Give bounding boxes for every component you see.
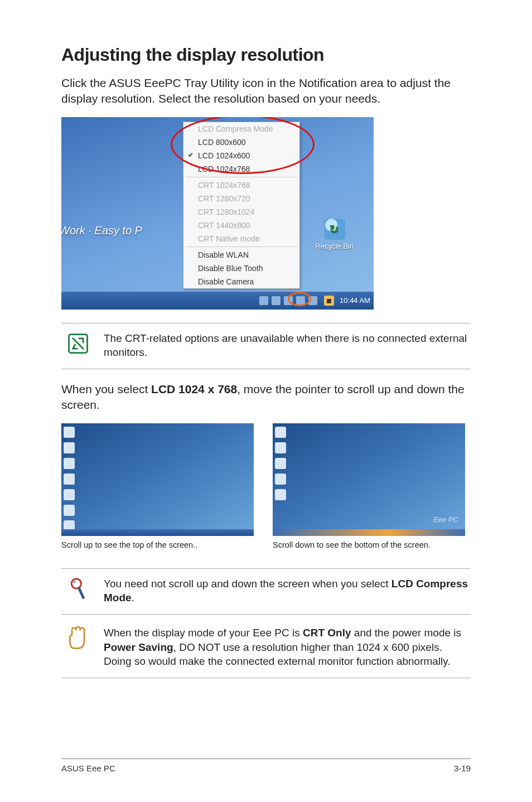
- caption-row: Scroll up to see the top of the screen..…: [61, 540, 471, 549]
- tray-icon[interactable]: [296, 296, 305, 305]
- page-heading: Adjusting the display resolution: [61, 45, 471, 65]
- note-block: The CRT-related options are unavailable …: [61, 323, 471, 369]
- tray-icon[interactable]: [272, 296, 280, 305]
- tray-icons: [259, 296, 317, 305]
- bold-text: LCD 1024 x 768: [151, 383, 237, 395]
- svg-point-2: [73, 581, 76, 583]
- taskbar: [273, 529, 465, 536]
- body-paragraph: When you select LCD 1024 x 768, move the…: [61, 381, 471, 413]
- page-footer: ASUS Eee PC 3-19: [61, 758, 471, 773]
- tip-text: You need not scroll up and down the scre…: [104, 577, 471, 605]
- hand-icon: [66, 626, 90, 650]
- desktop-icons: [275, 427, 286, 500]
- footer-left: ASUS Eee PC: [61, 764, 115, 773]
- text: and the power mode is: [351, 627, 462, 639]
- taskbar: ◼ 10:44 AM: [61, 292, 374, 310]
- magnifier-icon: [66, 577, 90, 601]
- tray-utility-icon[interactable]: ◼: [324, 296, 334, 306]
- bold-text: Power Saving: [104, 641, 173, 653]
- recycle-bin-label: Recycle Bin: [315, 242, 354, 250]
- footer-page-number: 3-19: [454, 764, 471, 773]
- screenshot-scroll-down: Eee PC: [273, 423, 465, 536]
- caption-left: Scroll up to see the top of the screen..: [61, 540, 254, 549]
- menu-separator: [186, 177, 297, 177]
- bold-text: CRT Only: [303, 627, 351, 639]
- menu-item[interactable]: Disable Camera: [183, 275, 299, 288]
- text: .: [132, 592, 134, 603]
- intro-paragraph: Click the ASUS EeePC Tray Utility icon i…: [61, 75, 471, 107]
- menu-item[interactable]: CRT 1280x720: [183, 192, 299, 205]
- tray-icon[interactable]: [308, 296, 317, 305]
- context-menu: LCD Compress Mode LCD 800x600 LCD 1024x6…: [183, 122, 300, 289]
- menu-separator: [186, 247, 297, 247]
- note-icon: [66, 331, 90, 356]
- note-text: The CRT-related options are unavailable …: [104, 331, 471, 360]
- screenshot-row: Eee PC: [61, 423, 471, 536]
- tip-block: You need not scroll up and down the scre…: [61, 568, 471, 615]
- caution-block: When the display mode of your Eee PC is …: [61, 618, 471, 678]
- menu-item[interactable]: CRT 1280x1024: [183, 205, 299, 219]
- taskbar: [61, 529, 254, 536]
- text: When the display mode of your Eee PC is: [104, 627, 303, 639]
- recycle-bin-icon: [324, 219, 345, 240]
- menu-item[interactable]: Disable WLAN: [183, 248, 299, 262]
- recycle-bin[interactable]: Recycle Bin: [315, 219, 354, 250]
- desktop-slogan: Work · Easy to P: [61, 224, 142, 237]
- caution-text: When the display mode of your Eee PC is …: [104, 626, 471, 669]
- screenshot-tray-menu: Work · Easy to P LCD Compress Mode LCD 8…: [61, 117, 374, 310]
- menu-item[interactable]: LCD Compress Mode: [183, 122, 299, 136]
- desktop-icons: [64, 427, 75, 532]
- eeepc-watermark: Eee PC: [433, 515, 458, 524]
- menu-item[interactable]: LCD 1024x768: [183, 162, 299, 176]
- menu-item[interactable]: LCD 800x600: [183, 136, 299, 149]
- menu-item[interactable]: LCD 1024x600: [183, 149, 299, 162]
- tray-icon[interactable]: [259, 296, 268, 305]
- menu-item[interactable]: CRT 1024x768: [183, 178, 299, 192]
- tray-icon[interactable]: [284, 296, 293, 305]
- menu-item[interactable]: CRT Native mode: [183, 232, 299, 245]
- text: When you select: [61, 383, 151, 395]
- menu-item[interactable]: CRT 1440x900: [183, 219, 299, 232]
- menu-item[interactable]: Disable Blue Tooth: [183, 262, 299, 275]
- taskbar-clock: 10:44 AM: [340, 296, 370, 305]
- text: You need not scroll up and down the scre…: [104, 578, 391, 590]
- caption-right: Scroll down to see the bottom of the scr…: [273, 540, 465, 549]
- screenshot-scroll-up: [61, 423, 254, 536]
